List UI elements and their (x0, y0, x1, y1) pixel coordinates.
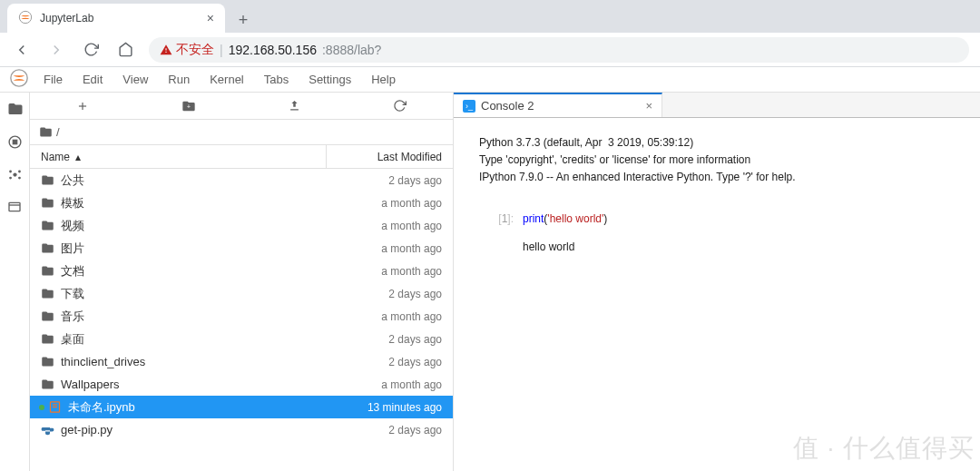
jupyter-logo-icon[interactable] (4, 68, 34, 91)
file-row[interactable]: 下载2 days ago (30, 282, 453, 305)
back-button[interactable] (11, 39, 33, 61)
dock-tab-bar: ›_ Console 2 × (454, 93, 980, 118)
url-rest: :8888/lab? (322, 43, 381, 57)
menu-settings[interactable]: Settings (299, 69, 360, 90)
file-modified: 2 days ago (326, 424, 453, 437)
file-modified: 2 days ago (326, 288, 453, 300)
not-secure-badge[interactable]: 不安全 (160, 42, 214, 58)
file-row[interactable]: 图片a month ago (30, 237, 453, 260)
file-name: 下载 (55, 286, 326, 302)
svg-point-7 (9, 176, 12, 179)
left-sidebar (0, 93, 30, 471)
breadcrumb[interactable]: / (30, 120, 453, 145)
files-icon[interactable] (0, 94, 30, 123)
tab-close-icon[interactable]: × (207, 11, 214, 25)
browser-tab[interactable]: JupyterLab × (7, 4, 225, 33)
menu-bar: FileEditViewRunKernelTabsSettingsHelp (34, 69, 405, 90)
console-output: hello world (523, 239, 955, 256)
input-code: print('hello world') (523, 211, 607, 228)
file-list: 公共2 days ago模板a month ago视频a month ago图片… (30, 169, 453, 471)
folder-icon (39, 264, 55, 278)
folder-icon (39, 173, 55, 187)
folder-icon (39, 332, 55, 346)
console-tab[interactable]: ›_ Console 2 × (454, 93, 662, 117)
file-name: 视频 (55, 218, 326, 234)
menu-run[interactable]: Run (159, 69, 199, 90)
commands-icon[interactable] (0, 160, 30, 189)
file-row[interactable]: thinclient_drives2 days ago (30, 350, 453, 373)
file-name: 音乐 (55, 309, 326, 325)
jupyterlab-app: FileEditViewRunKernelTabsSettingsHelp + … (0, 67, 980, 471)
svg-text:+: + (187, 103, 191, 109)
folder-icon (39, 196, 55, 210)
file-row[interactable]: 视频a month ago (30, 214, 453, 237)
new-tab-button[interactable]: + (230, 7, 256, 33)
svg-point-6 (18, 170, 21, 172)
new-folder-button[interactable]: + (136, 99, 242, 113)
svg-point-5 (9, 170, 12, 172)
svg-point-1 (11, 70, 27, 86)
reload-button[interactable] (80, 39, 102, 61)
file-modified: a month ago (326, 310, 453, 323)
menu-edit[interactable]: Edit (74, 69, 112, 90)
svg-point-4 (13, 172, 16, 176)
file-name: 文档 (55, 263, 326, 280)
file-list-header: Name ▴ Last Modified (30, 145, 453, 169)
tabs-icon[interactable] (0, 192, 30, 221)
browser-chrome: JupyterLab × + 不安全 | 192.168.50.156:8888… (0, 0, 980, 67)
crumb-root: / (56, 125, 60, 139)
folder-icon (39, 219, 55, 232)
file-modified: a month ago (326, 265, 453, 278)
file-name: Wallpapers (55, 378, 326, 391)
file-modified: a month ago (326, 197, 453, 210)
file-row[interactable]: 未命名.ipynb13 minutes ago (30, 396, 453, 418)
file-row[interactable]: 公共2 days ago (30, 169, 453, 191)
url-field[interactable]: 不安全 | 192.168.50.156:8888/lab? (149, 37, 969, 63)
menu-kernel[interactable]: Kernel (201, 69, 253, 90)
file-row[interactable]: Wallpapersa month ago (30, 373, 453, 396)
url-host: 192.168.50.156 (229, 43, 317, 57)
console-banner: Python 3.7.3 (default, Apr 3 2019, 05:39… (479, 134, 955, 187)
menu-file[interactable]: File (34, 69, 72, 90)
file-row[interactable]: 桌面2 days ago (30, 328, 453, 350)
running-icon[interactable] (0, 127, 30, 156)
file-modified: a month ago (326, 378, 453, 391)
col-name[interactable]: Name ▴ (30, 151, 326, 163)
forward-button[interactable] (45, 39, 67, 61)
upload-button[interactable] (241, 99, 348, 113)
main-area: ›_ Console 2 × Python 3.7.3 (default, Ap… (454, 93, 980, 471)
folder-icon (39, 287, 55, 300)
file-modified: a month ago (326, 242, 453, 255)
sort-asc-icon: ▴ (75, 151, 81, 163)
menu-tabs[interactable]: Tabs (255, 69, 298, 90)
address-bar: 不安全 | 192.168.50.156:8888/lab? (0, 33, 980, 67)
col-modified[interactable]: Last Modified (326, 145, 453, 168)
file-name: 模板 (55, 195, 326, 211)
file-modified: 2 days ago (326, 333, 453, 346)
file-name: thinclient_drives (55, 355, 326, 368)
file-row[interactable]: 音乐a month ago (30, 305, 453, 328)
menu-view[interactable]: View (113, 69, 157, 90)
file-toolbar: + (30, 93, 453, 120)
folder-icon (39, 309, 55, 323)
jl-body: + / Name ▴ Last Modified 公共2 days ago模板a… (0, 93, 980, 471)
file-row[interactable]: 模板a month ago (30, 191, 453, 214)
console-body[interactable]: Python 3.7.3 (default, Apr 3 2019, 05:39… (454, 118, 980, 471)
menu-help[interactable]: Help (362, 69, 405, 90)
file-name: 桌面 (55, 331, 326, 348)
refresh-button[interactable] (348, 99, 454, 113)
jl-topbar: FileEditViewRunKernelTabsSettingsHelp (0, 67, 980, 93)
new-launcher-button[interactable] (30, 100, 136, 113)
console-tab-label: Console 2 (481, 99, 640, 113)
home-button[interactable] (114, 39, 136, 61)
notebook-icon (46, 400, 63, 414)
console-icon: ›_ (463, 100, 475, 113)
file-name: 未命名.ipynb (63, 399, 326, 416)
file-row[interactable]: get-pip.py2 days ago (30, 418, 453, 441)
file-modified: 2 days ago (326, 174, 453, 187)
file-row[interactable]: 文档a month ago (30, 260, 453, 282)
file-name: 图片 (55, 240, 326, 257)
file-modified: 2 days ago (326, 356, 453, 368)
close-icon[interactable]: × (645, 99, 652, 113)
svg-rect-9 (9, 202, 20, 211)
